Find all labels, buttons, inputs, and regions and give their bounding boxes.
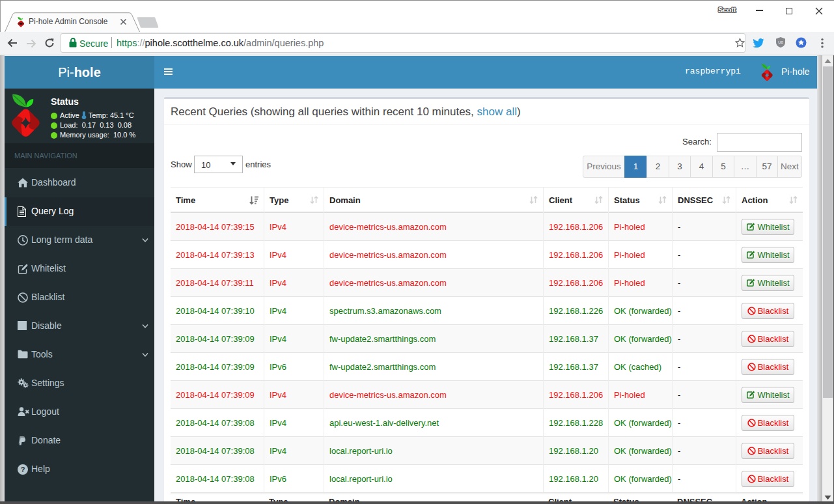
svg-text:U0: U0 — [778, 40, 783, 44]
svg-text:?: ? — [21, 466, 25, 473]
